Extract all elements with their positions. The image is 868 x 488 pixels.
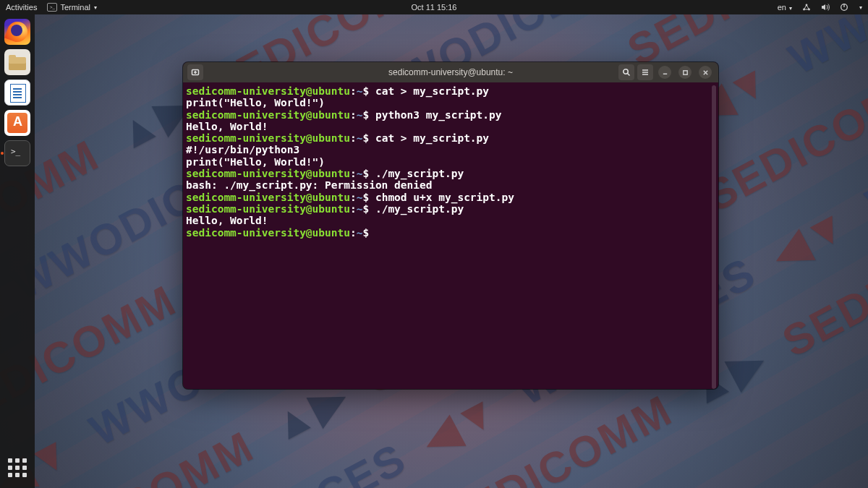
maximize-button[interactable]: [678, 66, 692, 79]
new-tab-button[interactable]: [187, 64, 203, 80]
terminal-prompt-line: sedicomm-university@ubuntu:~$ python3 my…: [186, 109, 712, 121]
chevron-down-icon: ▾: [94, 4, 97, 11]
activities-button[interactable]: Activities: [6, 3, 37, 12]
svg-point-8: [624, 69, 628, 74]
window-title: sedicomm-university@ubuntu: ~: [388, 67, 513, 77]
running-indicator-icon: [1, 152, 4, 155]
dock: [0, 14, 35, 488]
terminal-prompt-line: sedicomm-university@ubuntu:~$ cat > my_s…: [186, 132, 712, 144]
terminal-prompt-line: sedicomm-university@ubuntu:~$ chmod u+x …: [186, 192, 712, 203]
volume-icon[interactable]: [821, 3, 830, 12]
show-applications-button[interactable]: [4, 455, 30, 481]
terminal-output-line: Hello, World!: [186, 215, 712, 226]
power-icon[interactable]: [840, 3, 848, 12]
app-menu-terminal[interactable]: >_ Terminal ▾: [47, 3, 97, 12]
terminal-prompt-line: sedicomm-university@ubuntu:~$: [186, 227, 712, 239]
terminal-prompt-line: sedicomm-university@ubuntu:~$ ./my_scrip…: [186, 203, 712, 215]
terminal-output-line: bash: ./my_script.py: Permission denied: [186, 179, 712, 191]
close-button[interactable]: [699, 66, 712, 79]
terminal-output-line: print("Hello, World!"): [186, 97, 712, 108]
terminal-prompt-line: sedicomm-university@ubuntu:~$ ./my_scrip…: [186, 168, 712, 179]
dock-app-firefox[interactable]: [4, 19, 30, 45]
terminal-icon: >_: [47, 3, 57, 12]
window-titlebar[interactable]: sedicomm-university@ubuntu: ~: [183, 62, 718, 82]
search-button[interactable]: [618, 64, 634, 80]
terminal-window: sedicomm-university@ubuntu: ~ sedicomm-u…: [183, 62, 718, 389]
chevron-down-icon: ▾: [789, 5, 792, 12]
terminal-prompt-line: sedicomm-university@ubuntu:~$ cat > my_s…: [186, 85, 712, 97]
dock-app-files[interactable]: [4, 49, 30, 75]
app-menu-label: Terminal: [60, 3, 90, 12]
network-icon[interactable]: [802, 3, 811, 12]
chevron-down-icon: ▾: [859, 4, 862, 11]
minimize-button[interactable]: [658, 66, 671, 79]
input-language[interactable]: en ▾: [778, 3, 792, 12]
dock-app-libreoffice-writer[interactable]: [4, 80, 30, 106]
terminal-output-line: #!/usr/bin/python3: [186, 144, 712, 155]
terminal-viewport[interactable]: sedicomm-university@ubuntu:~$ cat > my_s…: [183, 82, 718, 389]
scrollbar[interactable]: [712, 85, 716, 389]
dock-app-terminal[interactable]: [4, 140, 30, 166]
dock-app-ubuntu-software[interactable]: [4, 110, 30, 136]
terminal-output-line: print("Hello, World!"): [186, 156, 712, 168]
svg-line-9: [628, 74, 630, 76]
gnome-topbar: Activities >_ Terminal ▾ Oct 11 15:16 en…: [0, 0, 868, 14]
svg-rect-14: [683, 70, 686, 74]
hamburger-menu-button[interactable]: [637, 64, 653, 80]
terminal-output-line: Hello, World!: [186, 121, 712, 132]
clock[interactable]: Oct 11 15:16: [412, 3, 457, 12]
